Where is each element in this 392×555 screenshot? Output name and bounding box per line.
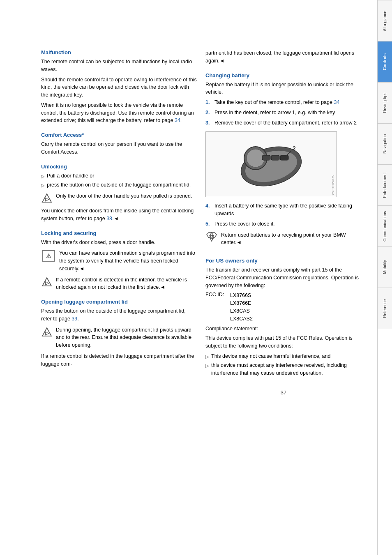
main-content: Malfunction The remote control can be su… — [0, 0, 377, 555]
opening-p1: Press the button on the outside of the l… — [41, 307, 197, 323]
fcc-label: FCC ID: — [205, 292, 230, 322]
step1: 1. Take the key out of the remote contro… — [205, 99, 362, 106]
recycle-note: ♻ Return used batteries to a recycling p… — [205, 231, 362, 247]
section-divider — [205, 250, 362, 250]
locking-note1-box: ⚠ You can have various confirmation sign… — [41, 249, 197, 272]
malfunction-p2: Should the remote control fail to operat… — [41, 76, 197, 99]
step3: 3. Remove the cover of the battery compa… — [205, 119, 362, 127]
fcc-id3: LX8CAS — [230, 307, 253, 315]
step2: 2. Press in the detent, refer to arrow 1… — [205, 109, 362, 117]
unlocking-note-box: ▷ Only the door of the door handle you h… — [41, 192, 197, 204]
recycle-icon: ♻ — [205, 231, 218, 244]
compliance-label: Compliance statement: — [205, 325, 362, 333]
sidebar-tab-reference[interactable]: Reference — [378, 288, 392, 329]
svg-rect-13 — [271, 155, 279, 160]
sidebar-tab-communications[interactable]: Communications — [378, 205, 392, 246]
svg-text:2: 2 — [293, 145, 296, 152]
svg-text:⚠: ⚠ — [46, 253, 51, 259]
unlocking-title: Unlocking — [41, 164, 197, 170]
warning-icon: ⚠ — [41, 249, 56, 263]
left-column: Malfunction The remote control can be su… — [41, 49, 197, 530]
sidebar-tab-navigation[interactable]: Navigation — [378, 123, 392, 164]
locking-note2-box: ▷ If a remote control is detected in the… — [41, 276, 197, 292]
svg-point-11 — [247, 149, 265, 167]
sidebar-tab-controls[interactable]: Controls — [378, 41, 392, 82]
fcc-id4: LX8CAS2 — [230, 315, 253, 323]
bullet-arrow-icon: ▷ — [41, 173, 44, 180]
bullet-arrow-icon: ▷ — [205, 353, 209, 360]
bullet-arrow-icon: ▷ — [41, 182, 44, 189]
sidebar-tab-entertainment[interactable]: Entertainment — [378, 164, 392, 205]
sidebar-tab-at-a-glance[interactable]: At a glance — [378, 0, 392, 41]
right-column: partment lid has been closed, the luggag… — [205, 49, 362, 530]
malfunction-p3: When it is no longer possible to lock th… — [41, 101, 197, 124]
us-title: For US owners only — [205, 258, 362, 264]
sidebar-tab-mobility[interactable]: Mobility — [378, 246, 392, 288]
svg-text:▷: ▷ — [45, 330, 49, 336]
sidebar-tab-driving-tips[interactable]: Driving tips — [378, 82, 392, 123]
triangle-note-icon: ▷ — [41, 192, 53, 204]
compliance-b2: ▷ this device must accept any interferen… — [205, 362, 362, 377]
opening-p2: If a remote control is detected in the l… — [41, 352, 197, 368]
fcc-id-block: FCC ID: LX8766S LX8766E LX8CAS LX8CAS2 — [205, 292, 362, 322]
opening-title: Opening luggage compartment lid — [41, 299, 197, 305]
locking-title: Locking and securing — [41, 230, 197, 236]
image-watermark: W75AC135/A — [331, 175, 335, 195]
comfort-title: Comfort Access* — [41, 132, 197, 138]
compliance-p1: This device complies with part 15 of the… — [205, 334, 362, 350]
malfunction-title: Malfunction — [41, 49, 197, 55]
step4: 4. Insert a battery of the same type wit… — [205, 202, 362, 218]
unlocking-p1: You unlock the other doors from the insi… — [41, 207, 197, 223]
unlocking-bullet1: ▷ Pull a door handle or — [41, 172, 197, 180]
unlocking-bullet2: ▷ press the button on the outside of the… — [41, 181, 197, 189]
locking-p1: With the driver's door closed, press a d… — [41, 239, 197, 246]
sidebar: At a glance Controls Driving tips Naviga… — [377, 0, 392, 555]
svg-rect-12 — [262, 155, 270, 160]
page-number: 37 — [205, 389, 362, 396]
us-p1: The transmitter and receiver units compl… — [205, 266, 362, 289]
fcc-values: LX8766S LX8766E LX8CAS LX8CAS2 — [230, 292, 253, 322]
compliance-b1: ▷ This device may not cause harmful inte… — [205, 352, 362, 360]
bullet-arrow-icon: ▷ — [205, 362, 209, 369]
svg-text:▷: ▷ — [45, 196, 49, 202]
opening-note-box: ▷ During opening, the luggage compartmen… — [41, 326, 197, 349]
changing-p1: Replace the battery if it is no longer p… — [205, 81, 362, 97]
triangle-opening-icon: ▷ — [41, 326, 53, 338]
triangle-note2-icon: ▷ — [41, 276, 53, 288]
page-container: Malfunction The remote control can be su… — [0, 0, 392, 555]
svg-text:♻: ♻ — [209, 234, 214, 241]
key-illustration: 2 — [206, 132, 337, 197]
malfunction-p1: The remote control can be subjected to m… — [41, 58, 197, 74]
changing-title: Changing battery — [205, 72, 362, 78]
step5: 5. Press the cover to close it. — [205, 220, 362, 228]
comfort-p1: Carry the remote control on your person … — [41, 140, 197, 156]
key-image: 2 W75AC135/A — [205, 131, 337, 197]
right-p1: partment lid has been closed, the luggag… — [205, 49, 362, 65]
svg-text:▷: ▷ — [45, 280, 49, 286]
fcc-id2: LX8766E — [230, 299, 253, 307]
fcc-id1: LX8766S — [230, 292, 253, 299]
